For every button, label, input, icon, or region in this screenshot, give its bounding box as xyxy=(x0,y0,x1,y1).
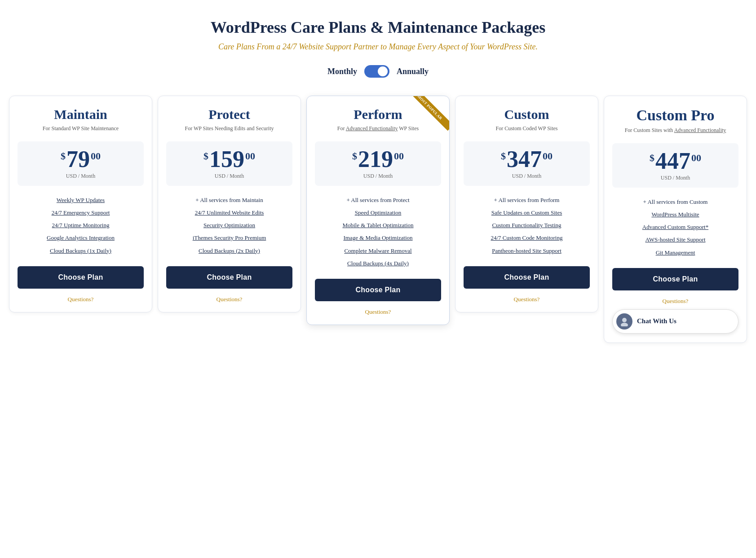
plan-card-protect: Protect For WP Sites Needing Edits and S… xyxy=(158,96,301,312)
price-period: USD / Month xyxy=(617,175,734,181)
feature-item: Google Analytics Integration xyxy=(18,232,144,244)
choose-plan-button-protect[interactable]: Choose Plan xyxy=(166,266,292,289)
questions-link-custom[interactable]: Questions? xyxy=(464,296,590,303)
plan-card-header-protect: Protect For WP Sites Needing Edits and S… xyxy=(166,107,292,140)
price-period: USD / Month xyxy=(22,173,139,180)
most-popular-label: MOST POPULAR xyxy=(413,96,449,131)
features-list-custom-pro: + All services from CustomWordPress Mult… xyxy=(612,196,738,259)
questions-link-maintain[interactable]: Questions? xyxy=(18,296,144,303)
price-block-protect: $ 159 00 USD / Month xyxy=(166,141,292,186)
feature-item: Custom Functionality Testing xyxy=(464,219,590,232)
price-period: USD / Month xyxy=(468,173,585,180)
feature-item: Image & Media Optimization xyxy=(315,232,441,244)
feature-item: + All services from Perform xyxy=(464,194,590,207)
price-cents: 00 xyxy=(691,152,701,164)
feature-item: Git Management xyxy=(612,246,738,259)
choose-plan-button-perform[interactable]: Choose Plan xyxy=(315,279,441,301)
choose-plan-button-custom[interactable]: Choose Plan xyxy=(464,266,590,289)
price-row: $ 159 00 xyxy=(171,148,288,171)
price-main: 159 xyxy=(209,148,244,171)
plan-name-custom-pro: Custom Pro xyxy=(612,107,738,124)
price-row: $ 79 00 xyxy=(22,148,139,171)
chat-label: Chat With Us xyxy=(637,317,676,325)
feature-item: Weekly WP Updates xyxy=(18,194,144,207)
svg-point-0 xyxy=(622,318,627,322)
chat-avatar xyxy=(616,313,632,330)
price-cents: 00 xyxy=(543,150,553,162)
plan-description-custom: For Custom Coded WP Sites xyxy=(464,125,590,132)
billing-toggle: Monthly Annually xyxy=(9,65,747,78)
price-block-custom: $ 347 00 USD / Month xyxy=(464,141,590,186)
plan-card-custom-pro: Custom Pro For Custom Sites with Advance… xyxy=(604,96,747,343)
plan-card-perform: MOST POPULAR Perform For Advanced Functi… xyxy=(306,96,450,325)
features-list-custom: + All services from PerformSafe Updates … xyxy=(464,194,590,257)
plan-card-header-custom: Custom For Custom Coded WP Sites xyxy=(464,107,590,140)
feature-item: 24/7 Custom Code Monitoring xyxy=(464,232,590,244)
plan-card-header-maintain: Maintain For Standard WP Site Maintenanc… xyxy=(18,107,144,140)
feature-item: + All services from Custom xyxy=(612,196,738,208)
choose-plan-button-custom-pro[interactable]: Choose Plan xyxy=(612,268,738,290)
feature-item: + All services from Maintain xyxy=(166,194,292,207)
feature-item: Mobile & Tablet Optimization xyxy=(315,219,441,232)
price-dollar: $ xyxy=(650,152,654,164)
plans-grid: Maintain For Standard WP Site Maintenanc… xyxy=(9,96,747,343)
price-cents: 00 xyxy=(245,150,255,162)
billing-toggle-switch[interactable] xyxy=(364,65,389,78)
plan-card-maintain: Maintain For Standard WP Site Maintenanc… xyxy=(9,96,152,312)
page-subtitle: Care Plans From a 24/7 Website Support P… xyxy=(9,42,747,52)
price-block-maintain: $ 79 00 USD / Month xyxy=(18,141,144,186)
price-dollar: $ xyxy=(501,150,506,162)
price-main: 347 xyxy=(507,148,542,171)
price-period: USD / Month xyxy=(319,173,437,180)
questions-link-protect[interactable]: Questions? xyxy=(166,296,292,303)
feature-item: Cloud Backups (1x Daily) xyxy=(18,245,144,257)
price-block-perform: $ 219 00 USD / Month xyxy=(315,141,441,186)
plan-name-custom: Custom xyxy=(464,107,590,122)
toggle-knob xyxy=(378,66,388,76)
price-main: 79 xyxy=(66,148,90,171)
price-dollar: $ xyxy=(61,150,66,162)
feature-item: 24/7 Unlimited Website Edits xyxy=(166,207,292,219)
plan-card-custom: Custom For Custom Coded WP Sites $ 347 0… xyxy=(455,96,598,312)
plan-description-custom-pro: For Custom Sites with Advanced Functiona… xyxy=(612,127,738,134)
features-list-protect: + All services from Maintain24/7 Unlimit… xyxy=(166,194,292,257)
questions-link-perform[interactable]: Questions? xyxy=(315,308,441,316)
price-dollar: $ xyxy=(203,150,208,162)
plan-description-maintain: For Standard WP Site Maintenance xyxy=(18,125,144,132)
price-main: 447 xyxy=(655,149,690,173)
feature-item: iThemes Security Pro Premium xyxy=(166,232,292,244)
page-title: WordPress Care Plans & Maintenance Packa… xyxy=(9,18,747,37)
price-cents: 00 xyxy=(394,150,404,162)
choose-plan-button-maintain[interactable]: Choose Plan xyxy=(18,266,144,289)
feature-item: 24/7 Uptime Monitoring xyxy=(18,219,144,232)
feature-item: Security Optimization xyxy=(166,219,292,232)
billing-monthly-label: Monthly xyxy=(327,67,357,76)
plan-name-maintain: Maintain xyxy=(18,107,144,122)
most-popular-ribbon: MOST POPULAR xyxy=(413,96,449,132)
price-row: $ 447 00 xyxy=(617,149,734,173)
features-list-maintain: Weekly WP Updates24/7 Emergency Support2… xyxy=(18,194,144,257)
price-row: $ 347 00 xyxy=(468,148,585,171)
feature-item: Complete Malware Removal xyxy=(315,245,441,257)
feature-item: Safe Updates on Custom Sites xyxy=(464,207,590,219)
feature-item: + All services from Protect xyxy=(315,194,441,207)
questions-link-custom-pro[interactable]: Questions? xyxy=(612,298,738,305)
plan-name-protect: Protect xyxy=(166,107,292,122)
plan-card-header-custom-pro: Custom Pro For Custom Sites with Advance… xyxy=(612,107,738,141)
billing-annually-label: Annually xyxy=(397,67,429,76)
page-header: WordPress Care Plans & Maintenance Packa… xyxy=(9,18,747,52)
price-cents: 00 xyxy=(91,150,101,162)
features-list-perform: + All services from ProtectSpeed Optimiz… xyxy=(315,194,441,270)
svg-point-1 xyxy=(621,323,628,326)
price-dollar: $ xyxy=(352,150,357,162)
chat-widget[interactable]: Chat With Us xyxy=(612,309,738,334)
price-period: USD / Month xyxy=(171,173,288,180)
feature-item: Cloud Backups (2x Daily) xyxy=(166,245,292,257)
feature-item: WordPress Multisite xyxy=(612,208,738,221)
feature-item: Pantheon-hosted Site Support xyxy=(464,245,590,257)
feature-item: AWS-hosted Site Support xyxy=(612,233,738,246)
feature-item: 24/7 Emergency Support xyxy=(18,207,144,219)
plan-description-protect: For WP Sites Needing Edits and Security xyxy=(166,125,292,132)
price-main: 219 xyxy=(358,148,393,171)
price-block-custom-pro: $ 447 00 USD / Month xyxy=(612,143,738,188)
